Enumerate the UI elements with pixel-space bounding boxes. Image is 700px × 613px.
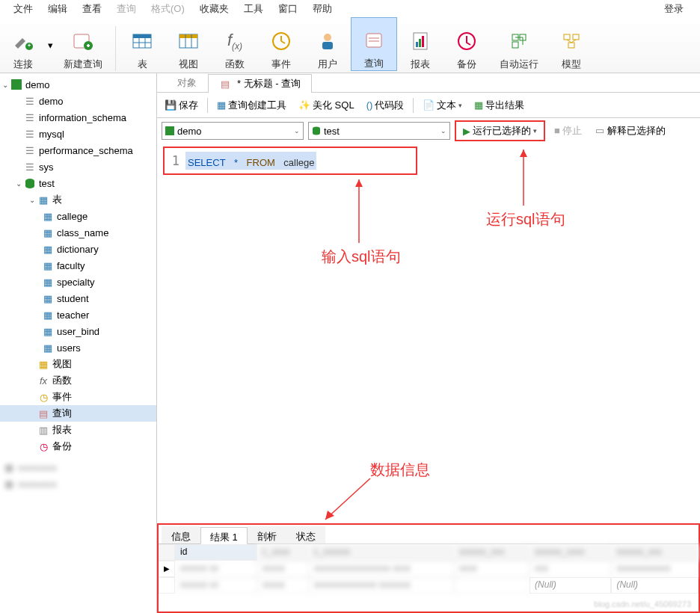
tool-function[interactable]: f(x) 函数: [212, 17, 258, 71]
btn-query-builder[interactable]: ▦查询创建工具: [214, 96, 289, 114]
svg-line-35: [567, 40, 571, 43]
sidebar-tree: ⌄ demo ☰demo ☰information_schema ☰mysql …: [0, 73, 157, 613]
tree-table-student[interactable]: ▦student: [0, 290, 156, 306]
grid-row[interactable]: ▶ xxxxxx xx xxxxx xxxxxxxxxxxxxxxxx xxxx…: [159, 561, 699, 577]
results-tabs: 信息 结果 1 剖析 状态: [159, 525, 699, 544]
view-icon: [176, 29, 200, 53]
tree-connection-label: demo: [25, 79, 50, 90]
tree-views-folder[interactable]: ▦视图: [0, 356, 156, 372]
grid-header-id[interactable]: id: [175, 544, 257, 561]
svg-point-44: [313, 132, 320, 135]
menu-format[interactable]: 格式(O): [144, 0, 192, 19]
tree-connection-demo[interactable]: ⌄ demo: [0, 76, 156, 93]
tool-new-query-label: 新建查询: [64, 58, 102, 71]
grid-cell-blurred: xxxx: [454, 561, 529, 577]
grid-header-blurred: c_xxxxxx: [309, 544, 454, 561]
grid-row[interactable]: xxxxxx xx xxxxx xxxxxxxxxxxxxx xxxxxxx (…: [159, 577, 699, 594]
query-subtoolbar: 💾保存 ▦查询创建工具 ✨美化 SQL ()代码段 📄文本▾ ▦导出结果: [157, 93, 700, 118]
grid-cell-blurred: xxxxxx xx: [175, 577, 257, 594]
results-tab-result1[interactable]: 结果 1: [200, 527, 248, 544]
results-tab-profile[interactable]: 剖析: [248, 526, 286, 543]
results-tab-status[interactable]: 状态: [286, 526, 325, 543]
grid-cell-blurred: xxxxxxxxxxxxxxxxx xxxx: [309, 561, 454, 577]
tree-table-teacher[interactable]: ▦teacher: [0, 306, 156, 323]
tree-tables-folder[interactable]: ⌄▦表: [0, 191, 156, 208]
database-icon: [312, 126, 321, 135]
tool-connect[interactable]: 连接: [0, 17, 46, 71]
menu-favorites[interactable]: 收藏夹: [192, 0, 236, 19]
btn-export-results[interactable]: ▦导出结果: [471, 96, 527, 114]
chevron-down-icon: ▾: [458, 102, 462, 109]
backup-icon: [455, 29, 479, 53]
dropdown-connection[interactable]: demo ⌄: [162, 122, 304, 140]
menu-view[interactable]: 查看: [75, 0, 109, 19]
menu-tools[interactable]: 工具: [236, 0, 271, 19]
menu-window[interactable]: 窗口: [271, 0, 305, 19]
menu-login[interactable]: 登录: [657, 0, 691, 19]
tree-table-label: dictionary: [57, 244, 99, 255]
tree-reports-folder[interactable]: ▥报表: [0, 422, 156, 438]
expander-icon[interactable]: ⌄: [0, 81, 10, 89]
tree-table-faculty[interactable]: ▦faculty: [0, 257, 156, 274]
sql-editor[interactable]: SELECT * FROM callege: [185, 152, 316, 170]
tree-backups-folder[interactable]: ◷备份: [0, 438, 156, 455]
results-grid[interactable]: id c_xxxx c_xxxxxx xxxxxx_xxx xxxxxx_xxx…: [159, 544, 699, 594]
dropdown-database[interactable]: test ⌄: [308, 122, 450, 140]
menu-edit[interactable]: 编辑: [40, 0, 75, 19]
btn-code-snippet[interactable]: ()代码段: [363, 96, 408, 114]
tool-query[interactable]: 查询: [351, 17, 397, 71]
grid-header-row: id c_xxxx c_xxxxxx xxxxxx_xxx xxxxxx_xxx…: [159, 544, 699, 561]
svg-rect-27: [422, 36, 424, 47]
btn-explain-selected[interactable]: ▭ 解释已选择的: [591, 124, 670, 138]
tree-table-label: faculty: [57, 260, 85, 271]
tab-objects[interactable]: 对象: [166, 73, 208, 92]
expander-icon[interactable]: ⌄: [13, 179, 24, 188]
database-icon: ☰: [24, 111, 36, 123]
tree-db-perfschema[interactable]: ☰performance_schema: [0, 142, 156, 158]
backup-folder-icon: ◷: [37, 440, 49, 452]
btn-beautify-label: 美化 SQL: [313, 99, 354, 112]
svg-rect-6: [88, 44, 89, 47]
tool-model[interactable]: 模型: [548, 17, 595, 71]
menu-file[interactable]: 文件: [6, 0, 40, 19]
tree-events-folder[interactable]: ◷事件: [0, 389, 156, 405]
tree-db-demo[interactable]: ☰demo: [0, 93, 156, 109]
tree-folder-label: 函数: [52, 374, 72, 387]
tree-table-dictionary[interactable]: ▦dictionary: [0, 241, 156, 257]
tool-user[interactable]: 用户: [304, 17, 351, 71]
menu-help[interactable]: 帮助: [305, 0, 340, 19]
tool-event[interactable]: 事件: [258, 17, 304, 71]
btn-stop-label: 停止: [562, 125, 582, 136]
btn-run-selected[interactable]: ▶ 运行已选择的 ▾: [457, 123, 543, 139]
tool-autorun[interactable]: 自动运行: [490, 17, 548, 71]
tree-db-label: performance_schema: [39, 145, 133, 156]
btn-save[interactable]: 💾保存: [162, 96, 201, 114]
connection-icon: [165, 126, 174, 135]
tree-db-sys[interactable]: ☰sys: [0, 158, 156, 175]
tool-backup[interactable]: 备份: [443, 17, 490, 71]
tree-table-userbind[interactable]: ▦user_bind: [0, 323, 156, 339]
tool-table[interactable]: 表: [119, 17, 165, 71]
tree-functions-folder[interactable]: fx函数: [0, 372, 156, 389]
tree-queries-folder[interactable]: ▤查询: [0, 405, 156, 422]
expander-icon[interactable]: ⌄: [27, 196, 37, 204]
btn-beautify-sql[interactable]: ✨美化 SQL: [295, 96, 357, 114]
tree-db-label: sys: [39, 161, 54, 173]
tree-table-users[interactable]: ▦users: [0, 339, 156, 356]
tree-table-classname[interactable]: ▦class_name: [0, 224, 156, 241]
tree-db-mysql[interactable]: ☰mysql: [0, 126, 156, 142]
tree-db-test[interactable]: ⌄test: [0, 175, 156, 191]
table-icon: ▦: [42, 276, 54, 288]
menu-query[interactable]: 查询: [109, 0, 144, 19]
tree-db-label: mysql: [39, 129, 64, 140]
tab-query[interactable]: ▤ * 无标题 - 查询: [208, 74, 312, 93]
tool-report[interactable]: 报表: [397, 17, 443, 71]
connect-dropdown-arrow[interactable]: ▾: [46, 40, 54, 51]
tree-db-infoschema[interactable]: ☰information_schema: [0, 109, 156, 126]
tool-new-query[interactable]: 新建查询: [54, 17, 112, 71]
tree-table-specialty[interactable]: ▦specialty: [0, 274, 156, 290]
results-tab-info[interactable]: 信息: [162, 526, 200, 543]
tree-table-callege[interactable]: ▦callege: [0, 208, 156, 224]
btn-text[interactable]: 📄文本▾: [420, 96, 465, 114]
tool-view[interactable]: 视图: [165, 17, 212, 71]
